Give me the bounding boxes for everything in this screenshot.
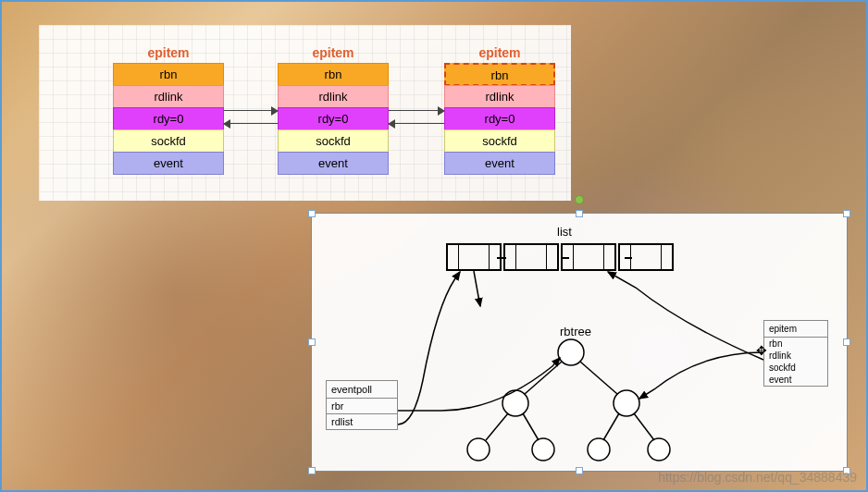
field-rbn: rbn xyxy=(444,63,555,86)
resize-handle-icon[interactable] xyxy=(308,338,316,346)
svg-point-2 xyxy=(614,390,639,416)
svg-line-9 xyxy=(486,413,508,440)
field-rbn: rbn xyxy=(764,338,827,350)
field-rdlink: rdlink xyxy=(764,350,827,362)
epitem-label: epitem xyxy=(278,45,389,60)
resize-handle-icon[interactable] xyxy=(576,210,583,217)
rotate-handle-icon[interactable] xyxy=(575,195,584,204)
epitem-struct-small: epitem rbn rdlink sockfd event xyxy=(763,320,828,387)
field-sockfd: sockfd xyxy=(278,129,389,153)
rbtree-label: rbtree xyxy=(560,325,591,338)
arrow-icon xyxy=(389,123,444,124)
resize-handle-icon[interactable] xyxy=(843,210,850,217)
epitem-title: epitem xyxy=(764,321,827,338)
list-label: list xyxy=(557,225,572,239)
epitem-struct-1: epitem rbn rdlink rdy=0 sockfd event xyxy=(113,45,224,175)
resize-handle-icon[interactable] xyxy=(308,210,316,217)
field-event: event xyxy=(278,152,389,175)
field-rdy: rdy=0 xyxy=(444,107,555,130)
resize-handle-icon[interactable] xyxy=(576,467,583,474)
field-rdy: rdy=0 xyxy=(113,107,224,130)
svg-line-10 xyxy=(523,413,539,440)
resize-handle-icon[interactable] xyxy=(308,467,316,474)
epitem-label: epitem xyxy=(444,45,555,60)
epitem-label: epitem xyxy=(113,45,224,60)
svg-line-7 xyxy=(525,362,562,394)
field-rdlist: rdlist xyxy=(327,414,397,429)
field-sockfd: sockfd xyxy=(113,129,224,153)
field-event: event xyxy=(113,152,224,175)
arrow-icon xyxy=(389,110,444,111)
svg-point-3 xyxy=(467,438,490,461)
field-rdlink: rdlink xyxy=(278,85,389,108)
connector-icon xyxy=(625,257,632,259)
field-sockfd: sockfd xyxy=(444,129,555,153)
eventpoll-struct: eventpoll rbr rdlist xyxy=(326,380,398,430)
svg-point-1 xyxy=(502,390,528,416)
arrow-icon xyxy=(224,123,278,124)
svg-line-12 xyxy=(634,413,654,440)
linked-list xyxy=(446,243,674,271)
svg-point-0 xyxy=(558,339,584,365)
field-rdy: rdy=0 xyxy=(278,107,389,130)
list-node xyxy=(446,243,502,271)
epitem-link-diagram: epitem rbn rdlink rdy=0 sockfd event epi… xyxy=(39,25,571,201)
eventpoll-title: eventpoll xyxy=(327,381,397,399)
connector-icon xyxy=(562,257,569,259)
field-rbn: rbn xyxy=(113,63,224,86)
epitem-struct-3: epitem rbn rdlink rdy=0 sockfd event xyxy=(444,45,555,175)
svg-point-4 xyxy=(532,438,554,461)
connector-icon xyxy=(497,257,506,259)
field-event: event xyxy=(444,152,555,175)
svg-point-6 xyxy=(648,438,670,461)
epitem-struct-2: epitem rbn rdlink rdy=0 sockfd event xyxy=(278,45,389,175)
svg-point-5 xyxy=(588,438,610,461)
resize-handle-icon[interactable] xyxy=(843,338,850,346)
list-node xyxy=(561,243,616,271)
rbtree-diagram[interactable]: list rbtree eventpoll rbr rdlist xyxy=(311,213,848,472)
svg-line-8 xyxy=(580,362,617,394)
list-node xyxy=(503,243,559,271)
field-rdlink: rdlink xyxy=(444,85,555,108)
watermark: https://blog.csdn.net/qq_34888439 xyxy=(658,470,857,485)
arrow-icon xyxy=(224,110,278,111)
field-rdlink: rdlink xyxy=(113,85,224,108)
svg-line-11 xyxy=(603,413,619,440)
field-rbn: rbn xyxy=(278,63,389,86)
field-rbr: rbr xyxy=(327,399,397,414)
field-sockfd: sockfd xyxy=(764,362,827,374)
field-event: event xyxy=(764,374,827,386)
